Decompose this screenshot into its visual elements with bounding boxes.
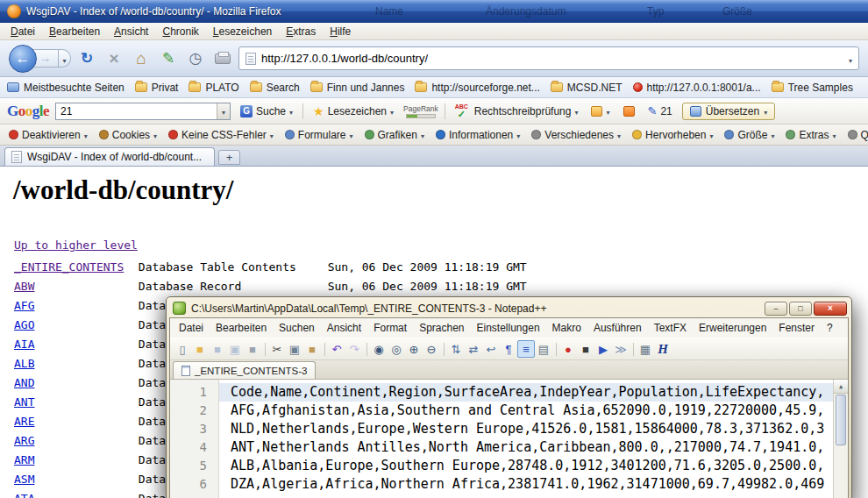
npp-toolbar-icon[interactable]: ■ bbox=[577, 340, 594, 358]
notepad-tab[interactable]: _ENTIRE_CONTENTS-3 bbox=[173, 361, 316, 379]
npp-toolbar-icon[interactable]: ● bbox=[559, 340, 577, 358]
close-button[interactable]: × bbox=[814, 302, 847, 316]
entry-link[interactable]: _ENTIRE_CONTENTS bbox=[14, 258, 132, 277]
npp-toolbar-icon[interactable]: ≡ bbox=[517, 340, 535, 358]
bookmark-item[interactable]: Finn und Jannes bbox=[310, 82, 405, 94]
webdev-menu-button[interactable]: Keine CSS-Fehler bbox=[163, 129, 279, 141]
webdev-menu-button[interactable]: Extras bbox=[780, 129, 841, 141]
bookmark-item[interactable]: Meistbesuchte Seiten bbox=[7, 82, 125, 94]
menu-item[interactable]: Chronik bbox=[155, 24, 205, 39]
new-tab-button[interactable]: + bbox=[218, 150, 240, 165]
bookmark-item[interactable]: http://127.0.0.1:8001/a... bbox=[633, 82, 761, 94]
webdev-menu-button[interactable]: Quelltext bbox=[843, 129, 868, 141]
translate-button[interactable]: Übersetzen bbox=[682, 103, 775, 120]
entry-link[interactable]: ABW bbox=[14, 277, 132, 296]
notepad-menu-item[interactable]: Ansicht bbox=[321, 320, 367, 336]
entry-link[interactable]: ATA bbox=[14, 489, 132, 498]
notepad-menu-item[interactable]: TextFX bbox=[648, 320, 693, 336]
bookmark-item[interactable]: PLATO bbox=[189, 82, 238, 94]
google-search-dropdown[interactable] bbox=[217, 103, 230, 119]
autofill-button[interactable]: ✎ 21 bbox=[644, 103, 676, 119]
webdev-menu-button[interactable]: Größe bbox=[719, 129, 779, 141]
npp-toolbar-icon[interactable] bbox=[261, 340, 268, 358]
npp-toolbar-icon[interactable]: H bbox=[654, 340, 672, 358]
stop-button[interactable]: × bbox=[103, 46, 125, 71]
npp-toolbar-icon[interactable]: ▣ bbox=[226, 340, 244, 358]
npp-toolbar-icon[interactable]: ▤ bbox=[535, 340, 552, 358]
npp-toolbar-icon[interactable]: ↶ bbox=[328, 340, 345, 358]
menu-item[interactable]: Extras bbox=[279, 24, 323, 39]
webdev-menu-button[interactable]: Cookies bbox=[94, 129, 162, 141]
google-search-box[interactable] bbox=[55, 103, 231, 120]
npp-toolbar-icon[interactable]: ✂ bbox=[268, 340, 286, 358]
notepad-menu-item[interactable]: Makro bbox=[546, 320, 587, 336]
line-number-gutter[interactable]: 123456 bbox=[170, 380, 219, 498]
google-bookmarks-button[interactable]: ★ Lesezeichen bbox=[309, 103, 397, 120]
notepad-menu-item[interactable]: Einstellungen bbox=[471, 320, 546, 336]
menu-item[interactable]: Ansicht bbox=[107, 24, 155, 39]
npp-toolbar-icon[interactable]: ≫ bbox=[612, 340, 630, 358]
entry-link[interactable]: ASM bbox=[14, 470, 132, 489]
npp-toolbar-icon[interactable]: ▯ bbox=[174, 340, 191, 358]
npp-toolbar-icon[interactable]: ↷ bbox=[345, 340, 363, 358]
google-search-button[interactable]: G Suche bbox=[237, 103, 296, 119]
bookmark-item[interactable]: Search bbox=[250, 82, 300, 94]
npp-toolbar-icon[interactable]: ¶ bbox=[500, 340, 517, 358]
notepad-editor[interactable]: 123456 Code,Name,Continent,Region,Surfac… bbox=[170, 380, 848, 498]
entry-link[interactable]: ARM bbox=[14, 451, 132, 470]
npp-toolbar-icon[interactable]: ⊖ bbox=[423, 340, 440, 358]
npp-toolbar-icon[interactable]: ■ bbox=[209, 340, 226, 358]
npp-toolbar-icon[interactable]: ◉ bbox=[370, 340, 388, 358]
bookmark-item[interactable]: MCSD.NET bbox=[551, 82, 623, 94]
notepad-menu-item[interactable]: Sprachen bbox=[413, 320, 470, 336]
firefox-titlebar[interactable]: WsgiDAV - Index of /world-db/country/ - … bbox=[0, 0, 868, 23]
npp-toolbar-icon[interactable] bbox=[363, 340, 370, 358]
npp-toolbar-icon[interactable]: ■ bbox=[244, 340, 261, 358]
entry-link[interactable]: ARE bbox=[14, 412, 132, 431]
maximize-button[interactable]: □ bbox=[789, 302, 812, 316]
tab-active[interactable]: WsgiDAV - Index of /world-db/count... bbox=[4, 147, 215, 166]
scroll-up-button[interactable]: ▲ bbox=[834, 380, 848, 394]
npp-toolbar-icon[interactable]: ■ bbox=[303, 340, 321, 358]
npp-toolbar-icon[interactable]: ▣ bbox=[286, 340, 303, 358]
highlighter-button[interactable] bbox=[620, 104, 638, 118]
notepad-menu-item[interactable]: Suchen bbox=[273, 320, 321, 336]
bookmark-item[interactable]: http://sourceforge.net... bbox=[415, 82, 539, 94]
entry-link[interactable]: AFG bbox=[14, 296, 132, 316]
google-search-input[interactable] bbox=[56, 105, 217, 117]
notepad-menu-item[interactable]: Bearbeiten bbox=[210, 320, 273, 336]
refresh-button[interactable]: ↻ bbox=[75, 46, 98, 71]
editor-scrollbar[interactable]: ▲ bbox=[833, 380, 848, 498]
webdev-menu-button[interactable]: Grafiken bbox=[359, 129, 430, 141]
notepad-menu-item[interactable]: Format bbox=[367, 320, 413, 336]
back-button[interactable]: ← bbox=[9, 45, 37, 73]
code-area[interactable]: Code,Name,Continent,Region,SurfaceArea,I… bbox=[219, 380, 833, 498]
feather-addon-button[interactable]: ✎ bbox=[157, 46, 180, 71]
url-dropdown-icon[interactable] bbox=[849, 51, 852, 67]
entry-link[interactable]: AND bbox=[14, 374, 132, 393]
npp-toolbar-icon[interactable]: ⇄ bbox=[465, 340, 482, 358]
npp-toolbar-icon[interactable] bbox=[552, 340, 559, 358]
notepad-titlebar[interactable]: C:\Users\Martin\AppData\Local\Temp\_ENTI… bbox=[169, 297, 849, 317]
npp-toolbar-icon[interactable]: ◎ bbox=[388, 340, 405, 358]
close-document-button[interactable]: X bbox=[839, 322, 849, 334]
npp-toolbar-icon[interactable]: ▶ bbox=[594, 340, 612, 358]
history-dropdown-button[interactable] bbox=[59, 49, 71, 68]
webdev-menu-button[interactable]: Informationen bbox=[430, 129, 525, 141]
webdev-menu-button[interactable]: Verschiedenes bbox=[526, 129, 626, 141]
entry-link[interactable]: AGO bbox=[14, 316, 132, 335]
clock-addon-button[interactable]: ◷ bbox=[184, 46, 207, 71]
entry-link[interactable]: AIA bbox=[14, 335, 132, 354]
npp-toolbar-icon[interactable] bbox=[630, 340, 637, 358]
webdev-menu-button[interactable]: Deaktivieren bbox=[4, 129, 93, 141]
share-button[interactable] bbox=[587, 103, 613, 119]
url-input[interactable] bbox=[261, 52, 843, 65]
notepad-menu-item[interactable]: Datei bbox=[173, 320, 210, 336]
scroll-thumb[interactable] bbox=[836, 395, 846, 445]
entry-link[interactable]: ARG bbox=[14, 431, 132, 451]
npp-toolbar-icon[interactable]: ▦ bbox=[637, 340, 654, 358]
url-bar[interactable] bbox=[238, 46, 859, 70]
minimize-button[interactable]: – bbox=[765, 302, 787, 316]
npp-toolbar-icon[interactable]: ⇅ bbox=[447, 340, 465, 358]
npp-toolbar-icon[interactable] bbox=[321, 340, 328, 358]
